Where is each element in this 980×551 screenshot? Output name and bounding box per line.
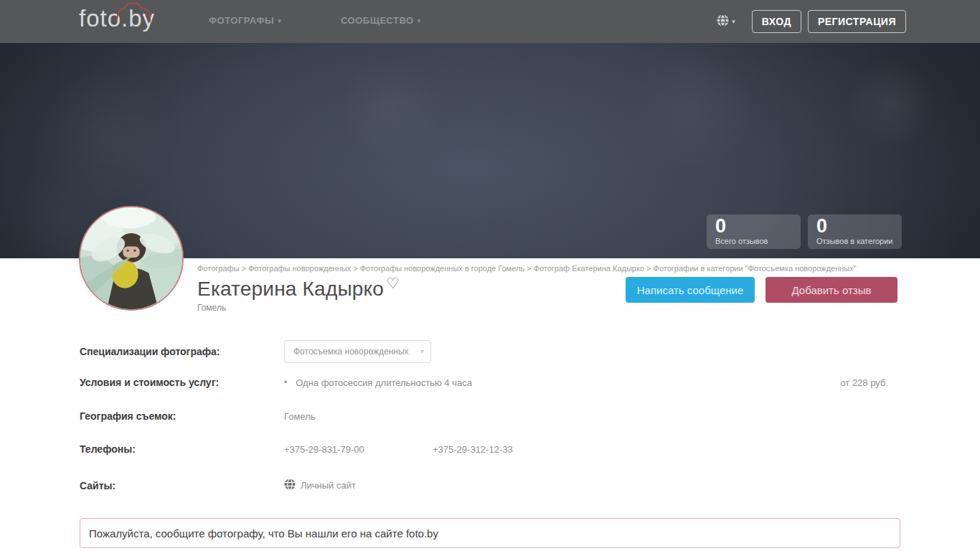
photographer-city: Гомель — [197, 303, 900, 313]
phones-label: Телефоны: — [80, 443, 284, 455]
navbar-right-group: ▾ ВХОД РЕГИСТРАЦИЯ — [717, 0, 906, 43]
nav-community-label: СООБЩЕСТВО — [341, 15, 414, 26]
language-switcher[interactable]: ▾ — [717, 14, 735, 29]
pricing-label: Условия и стоимость услуг: — [80, 377, 284, 388]
globe-icon — [284, 479, 296, 492]
sites-label: Сайты: — [80, 480, 284, 491]
avatar[interactable] — [79, 206, 184, 311]
add-review-button[interactable]: Добавить отзыв — [765, 277, 897, 303]
pricing-price: от 228 руб. — [840, 377, 900, 388]
row-phones: Телефоны: +375-29-831-79-00 +375-29-312-… — [80, 443, 900, 455]
personal-site-link[interactable]: Личный сайт — [284, 479, 356, 492]
phone-number: +375-29-312-12-33 — [433, 444, 581, 455]
pricing-item: Одна фотосессия длительностью 4 часа — [296, 377, 472, 388]
stat-total-reviews: 0 Всего отзывов — [707, 215, 801, 249]
geography-label: География съемок: — [80, 410, 284, 422]
page-title: Екатерина Кадырко — [197, 278, 384, 301]
stat-total-reviews-value: 0 — [715, 215, 792, 237]
breadcrumb[interactable]: Фотографы > Фотографы новорожденных > Фо… — [197, 264, 900, 273]
send-message-button[interactable]: Написать сообщение — [626, 277, 755, 303]
row-pricing: Условия и стоимость услуг: • Одна фотосе… — [80, 377, 900, 388]
geography-value: Гомель — [284, 411, 316, 422]
stat-category-reviews-label: Отзывов в категории — [816, 237, 893, 245]
details-section: Специализации фотографа: Фотосъемка ново… — [80, 340, 900, 492]
row-sites: Сайты: Личный сайт — [80, 479, 900, 492]
specialization-selected-value: Фотосъемка новорожденных — [293, 347, 409, 357]
notice-text: Пожалуйста, сообщите фотографу, что Вы н… — [89, 527, 438, 540]
nav-community[interactable]: СООБЩЕСТВО ▾ — [341, 15, 421, 26]
register-button[interactable]: РЕГИСТРАЦИЯ — [808, 10, 906, 33]
specialization-select[interactable]: Фотосъемка новорожденных ▾ — [284, 340, 431, 363]
login-button[interactable]: ВХОД — [752, 10, 801, 33]
avatar-photo — [80, 207, 182, 309]
camera-outline-icon — [116, 2, 156, 29]
specializations-label: Специализации фотографа: — [80, 346, 284, 357]
chevron-down-icon: ▾ — [418, 17, 421, 24]
top-navbar: foto.by ФОТОГРАФЫ ▾ СООБЩЕСТВО ▾ ▾ — [0, 0, 980, 43]
row-specializations: Специализации фотографа: Фотосъемка ново… — [80, 340, 900, 363]
main-content: Фотографы > Фотографы новорожденных > Фо… — [80, 258, 900, 548]
stats-group: 0 Всего отзывов 0 Отзывов в категории — [707, 215, 902, 249]
stat-category-reviews: 0 Отзывов в категории — [808, 215, 902, 249]
personal-site-label: Личный сайт — [301, 480, 356, 491]
chevron-down-icon: ▾ — [278, 17, 281, 24]
favorite-heart-icon[interactable]: ♡ — [386, 275, 400, 292]
notice-banner: Пожалуйста, сообщите фотографу, что Вы н… — [80, 518, 900, 548]
globe-icon — [717, 14, 729, 29]
profile-actions: Написать сообщение Добавить отзыв — [626, 277, 897, 303]
bullet-icon: • — [284, 377, 287, 387]
nav-photographers-label: ФОТОГРАФЫ — [209, 15, 274, 26]
chevron-down-icon: ▾ — [420, 347, 424, 355]
stat-total-reviews-label: Всего отзывов — [715, 237, 792, 245]
chevron-down-icon: ▾ — [732, 18, 735, 25]
site-logo[interactable]: foto.by — [79, 5, 155, 32]
stat-category-reviews-value: 0 — [816, 215, 893, 237]
row-geography: География съемок: Гомель — [80, 410, 900, 422]
nav-photographers[interactable]: ФОТОГРАФЫ ▾ — [209, 15, 281, 26]
phone-number: +375-29-831-79-00 — [284, 444, 433, 455]
